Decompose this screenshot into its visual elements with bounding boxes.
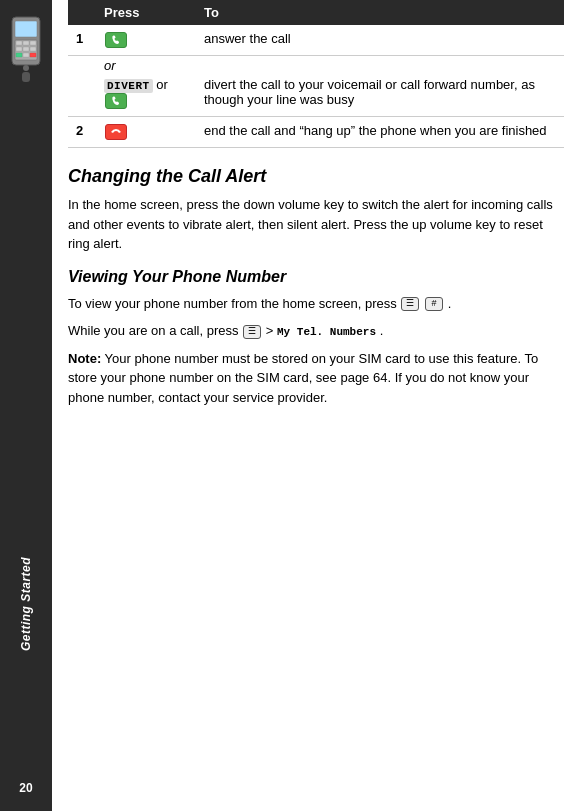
svg-rect-12 [23,53,29,57]
table-row-divert: DIVERT or divert the call to your voicem… [68,75,564,117]
green-call-key [105,32,127,48]
note-paragraph: Note: Your phone number must be stored o… [68,349,564,408]
intro-end: . [448,296,452,311]
my-tel-numbers-label: My Tel. Numbers [277,326,376,338]
table-cell-num: 1 [68,25,96,56]
table-cell-to-divert: divert the call to your voicemail or cal… [196,75,564,117]
green-call-key-2 [105,93,127,109]
section-heading-phone-number: Viewing Your Phone Number [68,268,564,286]
table-cell-to-2: end the call and “hang up” the phone whe… [196,117,564,148]
divert-label: DIVERT [104,79,153,93]
table-cell-to: answer the call [196,25,564,56]
table-cell-press [96,25,196,56]
svg-rect-13 [30,53,36,57]
table-header-press: Press [96,0,196,25]
sidebar: Getting Started 20 [0,0,52,811]
intro-text: To view your phone number from the home … [68,296,397,311]
table-cell-empty [68,56,96,76]
svg-rect-4 [22,72,30,82]
svg-rect-9 [23,47,29,51]
svg-rect-8 [16,47,22,51]
svg-point-3 [23,65,29,71]
svg-rect-10 [30,47,36,51]
section-heading-call-alert: Changing the Call Alert [68,166,564,187]
hash-key: # [425,297,443,311]
while-text: While you are on a call, press [68,323,239,338]
phone-number-while: While you are on a call, press ☰ > My Te… [68,321,564,341]
page-number: 20 [19,781,32,795]
table-cell-press-2 [96,117,196,148]
menu-key-2: ☰ [243,325,261,339]
table-row-2: 2 end the call and “hang up” the phone w… [68,117,564,148]
svg-rect-11 [16,53,22,57]
table-cell-num-2: 2 [68,117,96,148]
table-cell-press-divert: DIVERT or [96,75,196,117]
table-cell-or: or [96,56,564,76]
svg-rect-7 [30,41,36,45]
table-header-to: To [196,0,564,25]
table-row: 1 answer the call [68,25,564,56]
table-row-or: or [68,56,564,76]
note-label: Note: [68,351,101,366]
table-header-num [68,0,96,25]
svg-rect-5 [16,41,22,45]
table-cell-empty2 [68,75,96,117]
or-text-inline: or [156,77,168,92]
call-alert-body: In the home screen, press the down volum… [68,195,564,254]
instruction-table: Press To 1 answer the call [68,0,564,148]
note-body: Your phone number must be stored on your… [68,351,538,405]
end-call-key [105,124,127,140]
phone-number-intro: To view your phone number from the home … [68,294,564,314]
main-content: Press To 1 answer the call [52,0,580,811]
menu-key-1: ☰ [401,297,419,311]
svg-rect-1 [15,21,37,37]
phone-illustration [8,15,44,87]
sidebar-section-label: Getting Started [19,557,33,651]
svg-rect-6 [23,41,29,45]
while-end: . [380,323,384,338]
or-label: or [104,58,116,73]
while-arrow: > [266,323,277,338]
